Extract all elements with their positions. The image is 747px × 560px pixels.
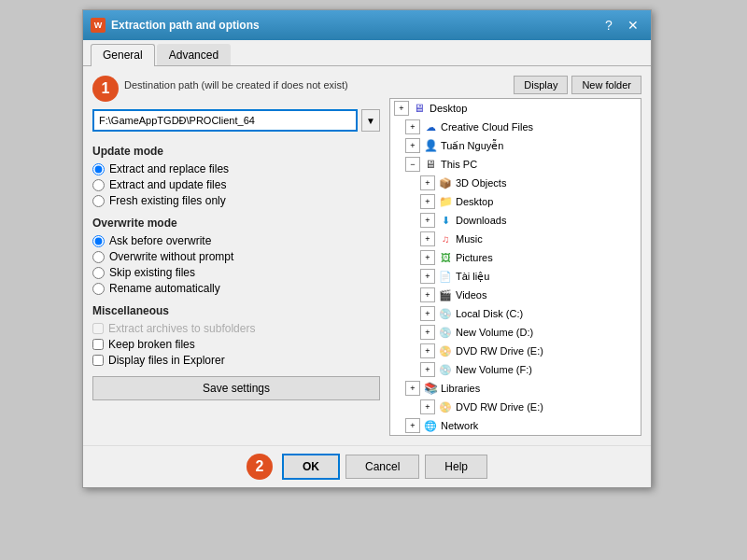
radio-extract-replace[interactable]: Extract and replace files — [92, 162, 380, 175]
overwrite-mode-group: Overwrite mode Ask before overwrite Over… — [92, 217, 380, 295]
fresh-existing-label: Fresh existing files only — [109, 194, 226, 207]
radio-extract-update[interactable]: Extract and update files — [92, 178, 380, 191]
extract-subfolders-label: Extract archives to subfolders — [108, 322, 255, 335]
expand-libraries[interactable]: + — [405, 381, 420, 396]
close-button[interactable]: ✕ — [623, 16, 643, 35]
radio-skip-existing[interactable]: Skip existing files — [92, 266, 380, 279]
tree-item-docs[interactable]: + 📄 Tài liệu — [390, 267, 641, 286]
dvd-e-icon: 📀 — [438, 343, 453, 358]
computer-icon: 🖥 — [423, 157, 438, 172]
expand-volume-f[interactable]: + — [420, 362, 435, 377]
docs-label: Tài liệu — [456, 271, 489, 283]
expand-local-c[interactable]: + — [420, 306, 435, 321]
tree-item-pictures[interactable]: + 🖼 Pictures — [390, 248, 641, 267]
destination-input[interactable] — [92, 109, 358, 132]
dialog-footer: 2 OK Cancel Help — [83, 445, 651, 487]
network-label: Network — [441, 420, 478, 431]
dialog-body: 1 Destination path (will be created if d… — [83, 66, 651, 445]
ok-button[interactable]: OK — [282, 454, 340, 480]
tree-item-videos[interactable]: + 🎬 Videos — [390, 286, 641, 304]
expand-cloud[interactable]: + — [405, 119, 420, 134]
expand-user[interactable]: + — [405, 138, 420, 153]
new-folder-button[interactable]: New folder — [571, 76, 641, 94]
volume-f-label: New Volume (F:) — [456, 364, 532, 375]
tree-action-buttons: Display New folder — [389, 76, 641, 94]
checkbox-display-files[interactable]: Display files in Explorer — [92, 354, 380, 367]
radio-ask-before[interactable]: Ask before overwrite — [92, 234, 380, 247]
help-button[interactable]: Help — [425, 455, 487, 479]
dvd-e-label: DVD RW Drive (E:) — [456, 345, 543, 357]
right-section: Display New folder + 🖥 Desktop + ☁ Creat… — [389, 76, 641, 436]
music-icon: ♫ — [438, 231, 453, 246]
radio-rename-auto[interactable]: Rename automatically — [92, 282, 380, 295]
tree-item-volume-f[interactable]: + 💿 New Volume (F:) — [390, 360, 641, 379]
downloads-label: Downloads — [456, 215, 506, 226]
tree-item-volume-d[interactable]: + 💿 New Volume (D:) — [390, 323, 641, 342]
misc-header: Miscellaneous — [92, 304, 380, 317]
tree-item-user[interactable]: + 👤 Tuấn Nguyễn — [390, 136, 641, 155]
tree-item-local-c[interactable]: + 💿 Local Disk (C:) — [390, 304, 641, 323]
extract-replace-label: Extract and replace files — [109, 162, 229, 175]
3d-label: 3D Objects — [456, 177, 506, 189]
expand-this-pc[interactable]: − — [405, 157, 420, 172]
overwrite-no-prompt-label: Overwrite without prompt — [109, 250, 233, 263]
tab-advanced[interactable]: Advanced — [157, 44, 231, 65]
expand-docs[interactable]: + — [420, 269, 435, 284]
music-label: Music — [456, 233, 483, 245]
expand-dvd-e-lib[interactable]: + — [420, 399, 435, 414]
tab-general[interactable]: General — [91, 44, 155, 66]
tree-item-music[interactable]: + ♫ Music — [390, 230, 641, 248]
tree-item-this-pc[interactable]: − 🖥 This PC — [390, 155, 641, 174]
step1-indicator: 1 Destination path (will be created if d… — [92, 76, 380, 102]
save-settings-button[interactable]: Save settings — [92, 376, 380, 400]
tab-bar: General Advanced — [83, 40, 651, 66]
desktop-label: Desktop — [430, 103, 467, 114]
tree-item-network[interactable]: + 🌐 Network — [390, 416, 641, 435]
radio-fresh-existing[interactable]: Fresh existing files only — [92, 194, 380, 207]
tree-item-cloud[interactable]: + ☁ Creative Cloud Files — [390, 118, 641, 136]
checkbox-keep-broken[interactable]: Keep broken files — [92, 338, 380, 351]
tree-item-dvd-e[interactable]: + 📀 DVD RW Drive (E:) — [390, 342, 641, 360]
expand-downloads[interactable]: + — [420, 213, 435, 228]
display-button[interactable]: Display — [514, 76, 568, 94]
expand-volume-d[interactable]: + — [420, 325, 435, 340]
expand-desktop-sub[interactable]: + — [420, 194, 435, 209]
update-mode-group: Update mode Extract and replace files Ex… — [92, 145, 380, 207]
tree-item-libraries[interactable]: + 📚 Libraries — [390, 379, 641, 398]
step2-number: 2 — [247, 454, 273, 480]
cancel-button[interactable]: Cancel — [345, 455, 419, 479]
network-icon: 🌐 — [423, 418, 438, 433]
expand-pictures[interactable]: + — [420, 250, 435, 265]
help-title-button[interactable]: ? — [599, 16, 619, 35]
tree-item-3d[interactable]: + 📦 3D Objects — [390, 174, 641, 192]
overwrite-mode-header: Overwrite mode — [92, 217, 380, 230]
tree-item-desktop-sub[interactable]: + 📁 Desktop — [390, 192, 641, 211]
user-icon: 👤 — [423, 138, 438, 153]
cloud-label: Creative Cloud Files — [441, 121, 533, 133]
display-files-label: Display files in Explorer — [108, 354, 225, 367]
tree-item-downloads[interactable]: + ⬇ Downloads — [390, 211, 641, 230]
expand-dvd-e[interactable]: + — [420, 343, 435, 358]
tree-item-dvd-e-lib[interactable]: + 📀 DVD RW Drive (E:) — [390, 398, 641, 416]
this-pc-label: This PC — [441, 159, 477, 170]
update-mode-header: Update mode — [92, 145, 380, 158]
expand-network[interactable]: + — [405, 418, 420, 433]
extract-update-label: Extract and update files — [109, 178, 226, 191]
keep-broken-label: Keep broken files — [108, 338, 195, 351]
3d-icon: 📦 — [438, 175, 453, 190]
checkbox-extract-subfolders: Extract archives to subfolders — [92, 322, 380, 335]
radio-overwrite-no-prompt[interactable]: Overwrite without prompt — [92, 250, 380, 263]
destination-label: Destination path (will be created if doe… — [124, 79, 348, 91]
expand-videos[interactable]: + — [420, 287, 435, 302]
expand-desktop[interactable]: + — [394, 101, 409, 116]
expand-3d[interactable]: + — [420, 175, 435, 190]
local-c-label: Local Disk (C:) — [456, 308, 523, 319]
user-label: Tuấn Nguyễn — [441, 140, 503, 152]
docs-icon: 📄 — [438, 269, 453, 284]
downloads-icon: ⬇ — [438, 213, 453, 228]
desktop-sub-label: Desktop — [456, 196, 493, 207]
expand-music[interactable]: + — [420, 231, 435, 246]
tree-item-desktop[interactable]: + 🖥 Desktop — [390, 99, 641, 118]
destination-dropdown[interactable]: ▼ — [361, 109, 380, 132]
disk-f-icon: 💿 — [438, 362, 453, 377]
